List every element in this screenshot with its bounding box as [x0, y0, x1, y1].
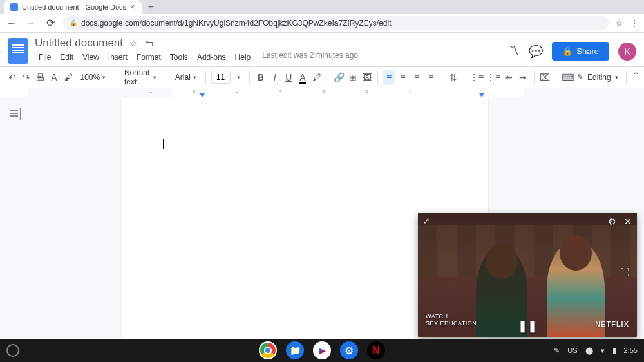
system-tray[interactable]: ✎ US ⬤ ▾ ▮ 2:55: [554, 347, 638, 355]
menu-help[interactable]: Help: [231, 51, 255, 64]
lock-icon: 🔒: [562, 46, 573, 56]
bulleted-list-icon[interactable]: ⋮≡: [486, 70, 500, 85]
separator: [166, 71, 166, 84]
text-cursor: [163, 139, 164, 149]
undo-icon[interactable]: ↶: [6, 70, 18, 85]
paint-format-icon[interactable]: 🖌: [62, 70, 74, 85]
share-button[interactable]: 🔒 Share: [552, 42, 609, 61]
keyboard-lang[interactable]: US: [567, 347, 577, 354]
ruler-mark: 3: [216, 88, 259, 94]
star-icon[interactable]: ☆: [129, 38, 138, 48]
menu-tools[interactable]: Tools: [166, 51, 192, 64]
pip-fullscreen-icon[interactable]: ⛶: [620, 267, 629, 278]
pip-caption: WATCH SEX EDUCATION: [426, 313, 477, 328]
ruler-mark: 5: [302, 88, 345, 94]
clear-formatting-icon[interactable]: ⌧: [540, 70, 551, 85]
pip-window[interactable]: ⤢ ⚙ ✕ ⛶ WATCH SEX EDUCATION ❚❚ NETFLIX: [418, 213, 637, 337]
font-size-dropdown-icon[interactable]: ▾: [233, 70, 245, 85]
align-center-icon[interactable]: ≡: [397, 70, 409, 85]
settings-app-icon[interactable]: ⚙: [340, 341, 358, 359]
decrease-indent-icon[interactable]: ⇤: [503, 70, 515, 85]
menu-insert[interactable]: Insert: [104, 51, 131, 64]
paragraph-style-select[interactable]: Normal text: [120, 66, 160, 88]
separator: [556, 71, 556, 84]
shelf: ⚙ N ✎ US ⬤ ▾ ▮ 2:55: [0, 339, 644, 362]
pip-pause-icon[interactable]: ❚❚: [518, 319, 537, 333]
analytics-icon[interactable]: 〽: [508, 44, 520, 58]
input-tools-icon[interactable]: ⌨: [562, 70, 574, 85]
menu-format[interactable]: Format: [133, 51, 165, 64]
outline-icon[interactable]: [8, 108, 21, 120]
back-button[interactable]: ←: [5, 17, 18, 29]
new-tab-button[interactable]: +: [148, 1, 154, 13]
separator: [442, 71, 442, 84]
netflix-app-icon[interactable]: N: [367, 341, 385, 359]
share-label: Share: [576, 46, 599, 56]
files-app-icon[interactable]: [286, 341, 304, 359]
clock[interactable]: 2:55: [624, 347, 638, 354]
increase-indent-icon[interactable]: ⇥: [517, 70, 529, 85]
pencil-icon: ✎: [577, 73, 583, 82]
print-icon[interactable]: 🖶: [34, 70, 46, 85]
font-size-input[interactable]: [211, 71, 231, 84]
document-title[interactable]: Untitled document: [35, 37, 123, 50]
browser-tab[interactable]: Untitled document - Google Docs ×: [4, 0, 142, 14]
move-folder-icon[interactable]: 🗀: [144, 38, 153, 48]
horizontal-ruler[interactable]: 1 2 3 4 5 6 7: [28, 88, 644, 97]
chrome-app-icon[interactable]: [259, 341, 277, 359]
browser-menu-icon[interactable]: ⋮: [630, 18, 639, 28]
text-color-icon[interactable]: A: [297, 70, 308, 85]
forward-button[interactable]: →: [24, 17, 37, 29]
separator: [464, 71, 464, 84]
pip-settings-icon[interactable]: ⚙: [608, 216, 616, 227]
browser-toolbar: ← → ⟳ 🔒 docs.google.com/document/d/1gNKr…: [0, 14, 644, 33]
hide-menus-icon[interactable]: ˆ: [634, 71, 638, 83]
formatting-toolbar: ↶ ↷ 🖶 Ā 🖌 100% Normal text Arial ▾ B I U…: [0, 66, 644, 88]
redo-icon[interactable]: ↷: [21, 70, 32, 85]
netflix-logo: NETFLIX: [595, 320, 629, 328]
zoom-select[interactable]: 100%: [77, 71, 110, 84]
pip-close-icon[interactable]: ✕: [624, 216, 632, 227]
menu-file[interactable]: File: [35, 51, 55, 64]
address-bar[interactable]: 🔒 docs.google.com/document/d/1gNKrvyUglS…: [63, 16, 609, 30]
comments-icon[interactable]: 💬: [529, 44, 543, 59]
last-edit-text[interactable]: Last edit was 2 minutes ago: [262, 51, 358, 64]
link-icon[interactable]: 🔗: [333, 70, 345, 85]
wifi-icon[interactable]: ▾: [601, 347, 605, 355]
pip-show-title: SEX EDUCATION: [426, 320, 477, 328]
underline-icon[interactable]: U: [283, 70, 294, 85]
align-right-icon[interactable]: ≡: [412, 70, 423, 85]
separator: [377, 71, 378, 84]
ruler-mark: 4: [259, 88, 302, 94]
close-tab-icon[interactable]: ×: [130, 2, 135, 12]
separator: [626, 71, 627, 84]
editing-mode-select[interactable]: ✎ Editing ▾: [577, 73, 618, 82]
menu-addons[interactable]: Add-ons: [193, 51, 230, 64]
menu-view[interactable]: View: [79, 51, 103, 64]
comment-icon[interactable]: ⊞: [347, 70, 359, 85]
font-select[interactable]: Arial: [171, 71, 200, 84]
notifications-icon[interactable]: ⬤: [585, 347, 593, 355]
reload-button[interactable]: ⟳: [44, 17, 57, 29]
spellcheck-icon[interactable]: Ā: [48, 70, 60, 85]
align-left-icon[interactable]: ≡: [383, 70, 395, 85]
bold-icon[interactable]: B: [255, 70, 267, 85]
docs-logo-icon[interactable]: [8, 38, 28, 64]
align-justify-icon[interactable]: ≡: [425, 70, 437, 85]
line-spacing-icon[interactable]: ⇅: [448, 70, 459, 85]
italic-icon[interactable]: I: [269, 70, 281, 85]
numbered-list-icon[interactable]: ⋮≡: [469, 70, 484, 85]
bookmark-icon[interactable]: ☆: [615, 18, 623, 28]
account-avatar[interactable]: K: [618, 43, 636, 61]
menu-edit[interactable]: Edit: [56, 51, 77, 64]
docs-favicon: [10, 3, 18, 11]
separator: [534, 71, 535, 84]
highlight-icon[interactable]: 🖍: [311, 70, 323, 85]
stylus-icon[interactable]: ✎: [554, 347, 560, 355]
launcher-icon[interactable]: [6, 344, 19, 357]
image-icon[interactable]: 🖼: [361, 70, 373, 85]
pip-back-to-tab-icon[interactable]: ⤢: [423, 216, 430, 225]
play-store-app-icon[interactable]: [313, 341, 331, 359]
battery-icon[interactable]: ▮: [612, 347, 616, 355]
docs-header: Untitled document ☆ 🗀 File Edit View Ins…: [0, 33, 644, 64]
